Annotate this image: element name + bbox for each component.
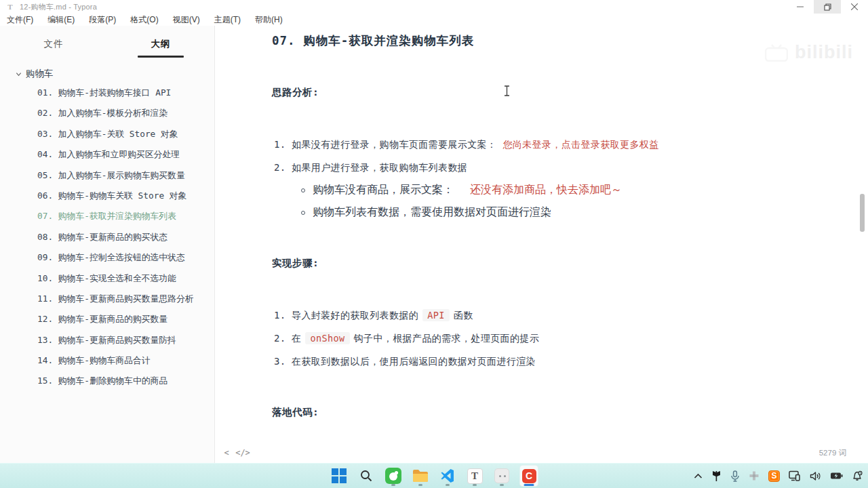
outline-item[interactable]: 12. 购物车-更新商品的购买数量 [0,309,214,329]
tray-expand-button[interactable] [694,473,703,479]
menu-theme[interactable]: 主题(T) [214,14,241,26]
wechat-devtools-icon [385,468,401,484]
ordered-item-1[interactable]: 1.如果没有进行登录，购物车页面需要展示文案：您尚未登录，点击登录获取更多权益 [272,138,868,152]
outline-item[interactable]: 08. 购物车-更新商品的购买状态 [0,227,214,247]
step-item-1[interactable]: 1.导入封装好的获取列表数据的API函数 [272,308,868,323]
window-title: 12-购物车.md - Typora [20,2,97,12]
microphone-icon [730,470,740,482]
steps-label[interactable]: 实现步骤: [272,257,868,270]
taskbar-search-button[interactable] [357,466,375,486]
bullet-text: 购物车没有商品，展示文案： [313,183,454,197]
outline-item[interactable]: 06. 购物车-购物车关联 Store 对象 [0,186,214,206]
menu-edit[interactable]: 编辑(E) [47,14,75,26]
minimize-button[interactable] [787,0,814,14]
step-item-3[interactable]: 3.在获取到数据以后，使用后端返回的数据对页面进行渲染 [272,354,868,369]
text-cursor-icon [503,85,511,96]
item-number: 2. [274,161,292,175]
menu-help[interactable]: 帮助(H) [255,14,283,26]
folder-icon [412,469,429,483]
outline-item[interactable]: 10. 购物车-实现全选和全不选功能 [0,268,214,289]
taskbar-typora[interactable]: T [466,466,484,486]
taskbar-wechat-devtools[interactable] [384,466,402,486]
sogou-input-icon[interactable]: S [768,470,780,482]
bullet-red-text: 还没有添加商品，快去添加吧～ [470,183,622,197]
tray-cast-display[interactable] [789,470,801,481]
tray-microphone[interactable] [730,470,740,482]
taskbar-vscode[interactable] [439,466,456,486]
sidebar: 文件 大纲 购物车 01. 购物车-封装购物车接口 API 02. 加入购物车-… [0,26,215,463]
sidebar-toggle-icon[interactable]: < [218,448,235,458]
outline-item[interactable]: 11. 购物车-更新商品购买数量思路分析 [0,289,214,309]
bullet-text: 购物车列表有数据，需要使用数据对页面进行渲染 [313,205,551,220]
windows-taskbar: T C [0,463,868,488]
typora-window: T 12-购物车.md - Typora 文件(F) 编辑(E) 段落(P) 格 [0,0,868,488]
tray-battery[interactable] [830,472,843,480]
start-button[interactable] [330,466,348,486]
camtasia-icon: C [522,469,536,483]
outline-item[interactable]: 05. 加入购物车-展示购物车购买数量 [0,165,214,186]
bullet-item-1[interactable]: 购物车没有商品，展示文案： 还没有添加商品，快去添加吧～ [272,183,868,197]
step-text: 导入封装好的获取列表数据的 [292,310,418,321]
typora-logo-icon: T [6,3,14,11]
menu-format[interactable]: 格式(O) [130,14,158,26]
statusbar: < </> 5279 词 [216,443,868,463]
outline-item[interactable]: 15. 购物车-删除购物车中的商品 [0,371,214,391]
item-text: 如果用户进行登录，获取购物车列表数据 [292,162,467,173]
vscode-icon [440,468,455,483]
item-number: 1. [274,138,292,152]
taskbar-camtasia-active[interactable]: C [520,466,538,486]
outline-item[interactable]: 03. 加入购物车-关联 Store 对象 [0,124,214,144]
ordered-item-2[interactable]: 2.如果用户进行登录，获取购物车列表数据 [272,161,868,175]
tray-todesk[interactable] [749,470,760,481]
tab-files[interactable]: 文件 [0,31,107,58]
minimize-icon [797,3,804,10]
outline-item-active[interactable]: 07. 购物车-获取并渲染购物车列表 [0,206,214,226]
item-number: 1. [274,308,292,323]
code-label[interactable]: 落地代码: [272,406,868,419]
volume-icon [810,471,821,481]
search-icon [359,469,373,483]
word-count: 5279 词 [819,448,846,458]
bullet-icon [301,211,305,215]
vertical-scrollbar[interactable] [860,194,865,232]
step-text: 函数 [454,310,473,321]
alarm-bell-icon [852,470,863,481]
chevron-up-icon [694,473,703,479]
maximize-restore-button[interactable] [814,0,841,14]
close-button[interactable] [841,0,868,14]
outline-item[interactable]: 02. 加入购物车-模板分析和渲染 [0,103,214,123]
item-text: 如果没有进行登录，购物车页面需要展示文案： [292,139,496,150]
step-text: 钩子中，根据产品的需求，处理页面的提示 [354,333,540,344]
tab-outline[interactable]: 大纲 [107,31,214,58]
tray-flag-app[interactable] [711,470,722,481]
outline-item[interactable]: 13. 购物车-更新商品购买数量防抖 [0,330,214,350]
outline-item[interactable]: 09. 购物车-控制全选按钮的选中状态 [0,247,214,268]
source-code-mode-icon[interactable]: </> [235,448,251,458]
windows-start-icon [332,468,347,483]
bullet-icon [301,188,305,192]
item-red-text: 您尚未登录，点击登录获取更多权益 [502,139,658,150]
editor-area[interactable]: bilibili 07. 购物车-获取并渲染购物车列表 思路分析: 1.如果没有… [216,26,868,463]
battery-icon [830,472,843,480]
outline-root[interactable]: 购物车 [0,65,214,83]
outline-item[interactable]: 04. 加入购物车和立即购买区分处理 [0,144,214,165]
item-number: 3. [274,354,292,369]
tray-volume[interactable] [810,471,821,481]
bilibili-watermark-text: bilibili [795,42,853,63]
bullet-item-2[interactable]: 购物车列表有数据，需要使用数据对页面进行渲染 [272,205,868,220]
tray-alarm[interactable] [852,470,863,481]
menu-file[interactable]: 文件(F) [7,14,33,26]
analysis-label[interactable]: 思路分析: [272,86,868,99]
step-text: 在获取到数据以后，使用后端返回的数据对页面进行渲染 [292,356,536,367]
outline-item[interactable]: 01. 购物车-封装购物车接口 API [0,83,214,103]
step-item-2[interactable]: 2.在onShow钩子中，根据产品的需求，处理页面的提示 [272,331,868,346]
menu-view[interactable]: 视图(V) [173,14,200,26]
monitor-icon [789,470,801,481]
taskbar-mini-program[interactable] [493,466,511,486]
step-text: 在 [292,333,301,344]
outline-item[interactable]: 14. 购物车-购物车商品合计 [0,350,214,371]
outline-root-label: 购物车 [26,68,54,80]
taskbar-file-explorer[interactable] [412,466,429,486]
restore-icon [824,3,831,11]
menu-paragraph[interactable]: 段落(P) [89,14,116,26]
